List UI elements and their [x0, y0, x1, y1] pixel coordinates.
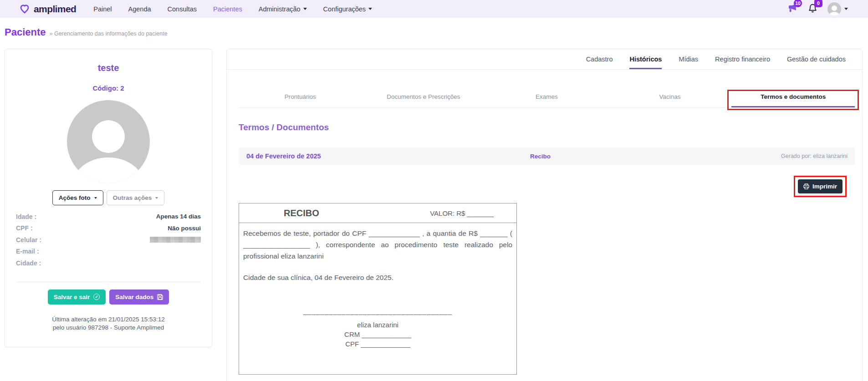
tab-registro-financeiro[interactable]: Registro financeiro: [715, 56, 770, 69]
patient-code: Código: 2: [5, 84, 212, 92]
receipt-body-text: Recebemos de teste, portador do CPF ____…: [239, 223, 516, 262]
receipt-value-label: VALOR: R$ _______: [430, 209, 494, 217]
field-value: Apenas 14 dias: [156, 213, 201, 220]
field-row-idade: Idade : Apenas 14 dias: [16, 211, 201, 223]
page: amplimed Painel Agenda Consultas Pacient…: [0, 0, 868, 381]
redacted-phone-value: [150, 237, 201, 243]
subtab-prontuarios[interactable]: Prontuários: [239, 70, 362, 107]
chevron-down-icon: [844, 8, 848, 10]
tab-midias[interactable]: Mídias: [679, 56, 698, 69]
receipt-cpf-line: CPF _____________: [239, 340, 516, 348]
chevron-down-icon: [368, 8, 372, 10]
main-tab-bar: Cadastro Históricos Mídias Registro fina…: [227, 49, 862, 70]
receipt-crm-line: CRM _____________: [239, 330, 516, 338]
chevron-down-icon: [155, 197, 158, 199]
field-row-cpf: CPF : Não possui: [16, 223, 201, 234]
nav-agenda[interactable]: Agenda: [128, 5, 151, 13]
document-date: 04 de Fevereiro de 2025: [246, 152, 321, 160]
photo-actions-label: Ações foto: [59, 194, 91, 201]
announcements-button[interactable]: 10: [786, 2, 798, 15]
receipt-signature-line: ___________________________________: [239, 307, 516, 315]
receipt-signer-name: eliza lanzarini: [239, 321, 516, 329]
patient-content-card: Cadastro Históricos Mídias Registro fina…: [226, 49, 863, 381]
top-navbar: amplimed Painel Agenda Consultas Pacient…: [0, 0, 868, 18]
subtab-termos-e-documentos[interactable]: Termos e documentos: [731, 70, 855, 107]
printer-icon: [803, 183, 809, 189]
last-change-note: Última alteração em 21/01/2025 15:53:12 …: [16, 315, 201, 332]
save-data-label: Salvar dados: [115, 294, 153, 300]
document-list-row[interactable]: 04 de Fevereiro de 2025 Recibo Gerado po…: [239, 147, 855, 165]
section-title: Termos / Documentos: [239, 122, 862, 132]
save-icon: [157, 294, 163, 300]
field-row-cidade: Cidade :: [16, 257, 201, 269]
field-row-celular: Celular :: [16, 234, 201, 246]
save-data-button[interactable]: Salvar dados: [109, 290, 169, 305]
patient-summary-card: teste Código: 2 Ações foto Outras ações …: [5, 49, 212, 347]
receipt-header: RECIBO VALOR: R$ _______: [239, 203, 516, 223]
receipt-title: RECIBO: [284, 208, 319, 218]
other-actions-button[interactable]: Outras ações: [107, 190, 165, 205]
field-row-email: E-mail :: [16, 246, 201, 258]
notifications-button[interactable]: 0: [807, 2, 818, 15]
document-generated-by: Gerado por: eliza lanzarini: [781, 153, 848, 159]
announcements-badge: 10: [794, 0, 802, 7]
last-change-line2: pelo usuário 987298 - Suporte Amplimed: [16, 324, 201, 332]
amplimed-heart-icon: [19, 4, 30, 15]
document-type: Recibo: [530, 153, 551, 160]
nav-consultas[interactable]: Consultas: [168, 5, 197, 13]
print-button-label: Imprimir: [812, 183, 837, 190]
save-and-exit-label: Salvar e sair: [54, 294, 90, 300]
red-annotation-box-print: Imprimir: [794, 176, 847, 197]
subtab-vacinas[interactable]: Vacinas: [608, 70, 732, 107]
chevron-down-icon: [94, 197, 97, 199]
nav-pacientes[interactable]: Pacientes: [213, 5, 242, 13]
patient-photo-placeholder: [67, 100, 150, 183]
nav-configuracoes[interactable]: Configurações: [323, 5, 373, 13]
brand-name: amplimed: [34, 4, 76, 15]
breadcrumb-subtitle: » Gerenciamento das informações do pacie…: [50, 30, 168, 37]
field-label: E-mail :: [16, 248, 39, 255]
save-and-exit-button[interactable]: Salvar e sair ✓: [48, 290, 106, 305]
subtab-exames[interactable]: Exames: [485, 70, 608, 107]
tab-gestao-de-cuidados[interactable]: Gestão de cuidados: [787, 56, 846, 69]
nav-administracao[interactable]: Administração: [259, 5, 307, 13]
other-actions-label: Outras ações: [113, 194, 152, 201]
nav-administracao-label: Administração: [259, 5, 301, 13]
navbar-right: 10 0: [786, 2, 848, 16]
print-button[interactable]: Imprimir: [798, 179, 842, 193]
user-menu[interactable]: [827, 2, 848, 16]
field-label: Celular :: [16, 236, 41, 244]
photo-action-buttons: Ações foto Outras ações: [5, 190, 212, 205]
field-label: CPF :: [16, 224, 33, 232]
user-avatar: [827, 2, 841, 16]
notifications-badge: 0: [814, 0, 822, 7]
field-label: Cidade :: [16, 259, 41, 267]
receipt-preview: RECIBO VALOR: R$ _______ Recebemos de te…: [239, 203, 517, 375]
page-title: Paciente: [5, 26, 46, 38]
subtab-documentos-e-prescricoes[interactable]: Documentos e Prescrições: [362, 70, 485, 107]
patient-name: teste: [5, 63, 212, 73]
last-change-line1: Última alteração em 21/01/2025 15:53:12: [16, 315, 201, 324]
photo-actions-button[interactable]: Ações foto: [52, 190, 103, 205]
chevron-down-icon: [303, 8, 307, 10]
field-label: Idade :: [16, 213, 36, 220]
main-nav: Painel Agenda Consultas Pacientes Admini…: [93, 5, 372, 13]
receipt-city-line: Cidade de sua clínica, 04 de Fevereiro d…: [239, 274, 516, 282]
history-sub-tab-bar: Prontuários Documentos e Prescrições Exa…: [239, 70, 855, 108]
check-circle-icon: ✓: [93, 294, 100, 300]
breadcrumb: Paciente » Gerenciamento das informações…: [5, 26, 168, 38]
nav-painel[interactable]: Painel: [93, 5, 112, 13]
nav-configuracoes-label: Configurações: [323, 5, 366, 13]
field-value: Não possui: [168, 225, 201, 232]
tab-historicos[interactable]: Históricos: [629, 56, 662, 69]
patient-card-footer: Salvar e sair ✓ Salvar dados Última alte…: [16, 282, 201, 332]
brand-logo[interactable]: amplimed: [19, 4, 76, 15]
tab-cadastro[interactable]: Cadastro: [586, 56, 613, 69]
patient-fields: Idade : Apenas 14 dias CPF : Não possui …: [5, 211, 212, 269]
